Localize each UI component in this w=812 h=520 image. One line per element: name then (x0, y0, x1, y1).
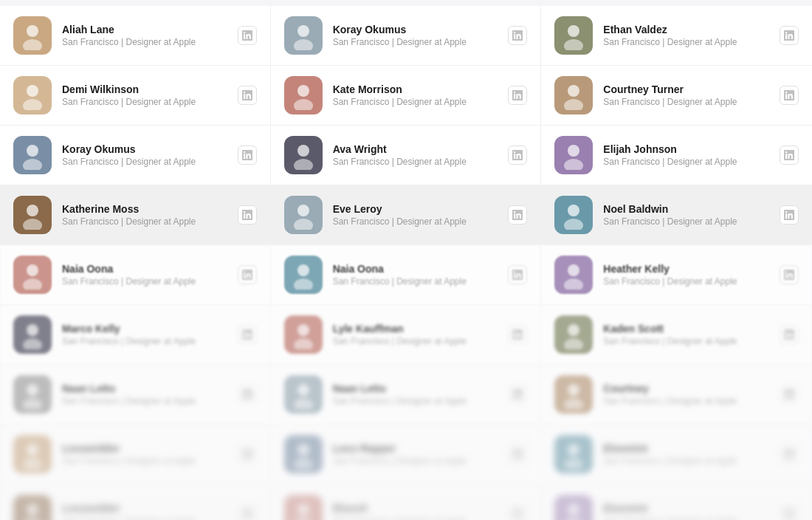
svg-point-37 (23, 398, 42, 409)
svg-point-36 (27, 384, 38, 396)
person-name: Eloomint (603, 442, 780, 454)
people-grid: Aliah LaneSan Francisco | Designer at Ap… (0, 0, 812, 520)
svg-point-10 (568, 85, 579, 97)
linkedin-button[interactable] (508, 205, 527, 225)
linkedin-button[interactable] (780, 26, 799, 45)
linkedin-button[interactable] (508, 86, 527, 105)
person-name: Koray Okumus (333, 24, 509, 35)
person-name: Courtney Turner (603, 83, 780, 95)
person-card-14: Naia OonaSan Francisco | Designer at App… (271, 245, 542, 305)
person-name: Loco Rapper (333, 442, 509, 454)
avatar (284, 136, 323, 174)
linkedin-button[interactable] (238, 504, 257, 520)
person-card-2: Koray OkumusSan Francisco | Designer at … (271, 6, 542, 66)
person-detail: San Francisco | Designer at Apple (62, 456, 238, 466)
person-card-24: EloomintSan Francisco | Designer at Appl… (541, 425, 812, 485)
linkedin-button[interactable] (508, 265, 527, 284)
svg-point-26 (297, 264, 309, 276)
avatar (284, 76, 323, 114)
person-detail: San Francisco | Designer at Apple (62, 396, 238, 406)
avatar (554, 256, 593, 294)
linkedin-button[interactable] (780, 385, 799, 404)
linkedin-button[interactable] (508, 146, 527, 165)
linkedin-button[interactable] (780, 265, 799, 284)
svg-point-45 (294, 458, 313, 469)
person-info: Elijah JohnsonSan Francisco | Designer a… (603, 143, 780, 167)
person-detail: San Francisco | Designer at Apple (62, 37, 238, 47)
person-card-20: Naan LettoSan Francisco | Designer at Ap… (271, 365, 542, 425)
person-detail: San Francisco | Designer at Apple (603, 37, 780, 47)
linkedin-button[interactable] (780, 445, 799, 464)
person-name: Ethan Valdez (603, 24, 780, 35)
person-name: Demi Wilkinson (62, 83, 238, 95)
avatar (284, 375, 323, 414)
linkedin-button[interactable] (508, 325, 527, 344)
person-detail: San Francisco | Designer at Apple (333, 396, 509, 406)
person-card-17: Lyle KauffmanSan Francisco | Designer at… (271, 305, 542, 365)
person-card-16: Marco KellySan Francisco | Designer at A… (0, 305, 271, 365)
person-name: Naia Oona (333, 263, 509, 275)
person-name: Ava Wright (333, 143, 509, 155)
svg-point-9 (294, 99, 313, 110)
avatar (284, 435, 323, 473)
linkedin-button[interactable] (508, 26, 527, 45)
person-name: Kaden Scott (603, 323, 780, 335)
svg-point-48 (27, 504, 38, 516)
person-card-18: Kaden ScottSan Francisco | Designer at A… (541, 305, 812, 365)
person-name: Naan Letto (333, 383, 509, 394)
avatar (13, 375, 52, 414)
linkedin-button[interactable] (238, 325, 257, 344)
svg-point-2 (297, 25, 309, 37)
person-info: LossemblerSan Francisco | Designer at Ap… (62, 442, 238, 466)
linkedin-button[interactable] (780, 504, 799, 520)
person-info: Lyle KauffmanSan Francisco | Designer at… (333, 323, 509, 346)
person-card-19: Naan LettoSan Francisco | Designer at Ap… (0, 365, 271, 425)
linkedin-button[interactable] (238, 26, 257, 45)
svg-point-35 (564, 338, 583, 349)
avatar (13, 136, 52, 174)
svg-point-0 (27, 25, 38, 37)
svg-point-47 (564, 458, 583, 469)
person-card-21: CourtneySan Francisco | Designer at Appl… (541, 365, 812, 425)
svg-point-13 (23, 159, 42, 170)
svg-point-38 (297, 384, 309, 396)
linkedin-button[interactable] (508, 385, 527, 404)
person-card-12: Noel BaldwinSan Francisco | Designer at … (541, 185, 812, 245)
linkedin-button[interactable] (238, 205, 257, 225)
avatar (554, 315, 593, 354)
person-card-22: LossemblerSan Francisco | Designer at Ap… (0, 425, 271, 485)
person-card-27: EloomintSan Francisco | Designer at Appl… (541, 485, 812, 520)
svg-point-3 (294, 39, 313, 50)
person-detail: San Francisco | Designer at Apple (603, 456, 780, 466)
svg-point-20 (297, 205, 309, 216)
linkedin-button[interactable] (780, 146, 799, 165)
linkedin-button[interactable] (238, 385, 257, 404)
linkedin-button[interactable] (780, 205, 799, 225)
svg-point-30 (27, 324, 38, 336)
svg-point-42 (27, 444, 38, 456)
linkedin-button[interactable] (780, 325, 799, 344)
person-card-1: Aliah LaneSan Francisco | Designer at Ap… (0, 6, 271, 66)
person-info: Ethan ValdezSan Francisco | Designer at … (603, 24, 780, 47)
person-detail: San Francisco | Designer at Apple (603, 276, 780, 287)
person-detail: San Francisco | Designer at Apple (62, 276, 238, 287)
linkedin-button[interactable] (508, 504, 527, 520)
person-info: Heather KellySan Francisco | Designer at… (603, 263, 780, 287)
avatar (554, 196, 593, 234)
linkedin-button[interactable] (238, 265, 257, 284)
linkedin-button[interactable] (508, 445, 527, 464)
linkedin-button[interactable] (238, 86, 257, 105)
linkedin-button[interactable] (238, 146, 257, 165)
person-detail: San Francisco | Designer at Apple (62, 216, 238, 227)
svg-point-41 (564, 398, 583, 409)
person-card-6: Courtney TurnerSan Francisco | Designer … (541, 66, 812, 126)
person-info: Eve LeroySan Francisco | Designer at App… (333, 203, 509, 227)
linkedin-button[interactable] (238, 445, 257, 464)
svg-point-8 (297, 85, 309, 97)
svg-point-23 (564, 219, 583, 230)
person-detail: San Francisco | Designer at Apple (333, 37, 509, 47)
avatar (13, 196, 52, 234)
linkedin-button[interactable] (780, 86, 799, 105)
person-info: Kate MorrisonSan Francisco | Designer at… (333, 83, 509, 107)
person-info: Koray OkumusSan Francisco | Designer at … (333, 24, 509, 47)
